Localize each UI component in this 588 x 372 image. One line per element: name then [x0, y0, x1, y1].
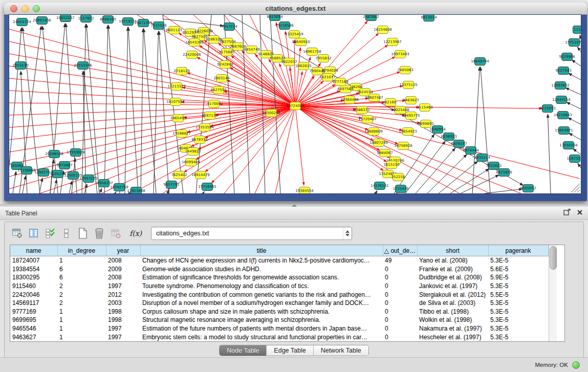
- delete-column-icon[interactable]: [93, 227, 106, 240]
- table-cell[interactable]: Corpus callosum shape and size in male p…: [140, 308, 383, 316]
- tab-network-table[interactable]: Network Table: [314, 345, 368, 356]
- citation-edge-red[interactable]: [295, 106, 398, 144]
- citation-edge-red[interactable]: [197, 57, 295, 106]
- table-cell[interactable]: 9777169: [10, 308, 57, 316]
- citation-edge-red[interactable]: [205, 106, 295, 172]
- column-header-in_degree[interactable]: in_degree: [57, 245, 106, 256]
- table-cell[interactable]: 2: [57, 282, 106, 291]
- citation-edge-red[interactable]: [295, 106, 580, 179]
- table-cell[interactable]: 1998: [106, 308, 140, 316]
- citation-edge[interactable]: [86, 24, 99, 193]
- citation-edge[interactable]: [569, 73, 581, 80]
- window-titlebar[interactable]: citations_edges.txt: [4, 3, 587, 15]
- column-header-short[interactable]: short: [417, 245, 488, 256]
- column-header-out_de[interactable]: △ out_de…: [383, 245, 417, 256]
- column-header-name[interactable]: name: [10, 245, 57, 256]
- table-cell[interactable]: 1: [57, 333, 106, 341]
- column-header-year[interactable]: year: [106, 245, 140, 256]
- table-cell[interactable]: Franke et al. (2009): [417, 265, 488, 274]
- column-header-title[interactable]: title: [140, 245, 383, 256]
- citation-edge[interactable]: [104, 25, 108, 193]
- table-cell[interactable]: Disruption of a novel member of a sodium…: [140, 299, 383, 308]
- tab-edge-table[interactable]: Edge Table: [267, 345, 313, 356]
- column-header-pagerank[interactable]: pagerank: [488, 245, 548, 256]
- table-cell[interactable]: 6: [57, 265, 106, 274]
- table-cell[interactable]: 0: [383, 282, 417, 291]
- citation-edge[interactable]: [397, 193, 397, 193]
- table-cell[interactable]: 18300295: [10, 273, 57, 282]
- column-visibility-icon[interactable]: [27, 227, 40, 240]
- table-cell[interactable]: 2012: [106, 290, 140, 299]
- table-cell[interactable]: 22420046: [10, 290, 57, 299]
- table-row[interactable]: 977716911998Corpus callosum shape and si…: [10, 308, 548, 316]
- table-cell[interactable]: 1: [57, 316, 106, 324]
- citation-edge[interactable]: [450, 169, 489, 193]
- table-row[interactable]: 1872400712008Changes of HCN gene express…: [10, 256, 548, 265]
- citation-edge[interactable]: [577, 47, 581, 52]
- citation-edge[interactable]: [481, 67, 490, 193]
- table-row[interactable]: 1456911722003Disruption of a novel membe…: [10, 299, 548, 308]
- table-cell[interactable]: 9463627: [10, 333, 57, 341]
- table-cell[interactable]: 18724007: [10, 256, 57, 265]
- citation-edge-red[interactable]: [295, 106, 304, 185]
- citation-edge[interactable]: [163, 19, 224, 26]
- canvas-resize-grip[interactable]: [571, 184, 580, 192]
- close-panel-icon[interactable]: [577, 209, 583, 215]
- table-cell[interactable]: 1: [57, 324, 106, 333]
- table-cell[interactable]: 1998: [106, 316, 140, 324]
- table-selector-dropdown[interactable]: citations_edges.txt: [151, 227, 352, 240]
- table-cell[interactable]: 0: [383, 333, 417, 341]
- table-row[interactable]: 946554611997Estimation of the future num…: [10, 324, 548, 333]
- citation-edge[interactable]: [405, 141, 445, 193]
- table-cell[interactable]: 5.3E-5: [488, 324, 548, 333]
- citation-edge[interactable]: [567, 102, 581, 109]
- row-height-icon[interactable]: [60, 227, 73, 240]
- table-cell[interactable]: 1997: [106, 324, 140, 333]
- citation-edge[interactable]: [578, 163, 581, 168]
- citation-edge[interactable]: [376, 191, 377, 193]
- table-cell[interactable]: 2008: [106, 273, 140, 282]
- table-cell[interactable]: 19384554: [10, 265, 57, 274]
- table-cell[interactable]: Yano et al. (2008): [417, 256, 488, 265]
- table-cell[interactable]: 6: [57, 273, 106, 282]
- citation-edge[interactable]: [42, 26, 58, 193]
- table-cell[interactable]: 0: [383, 308, 417, 316]
- table-cell[interactable]: 1: [57, 308, 106, 316]
- citation-edge[interactable]: [565, 88, 581, 95]
- table-cell[interactable]: Tibbo et al. (1998): [417, 308, 488, 316]
- table-cell[interactable]: 5.3E-5: [488, 299, 548, 308]
- table-cell[interactable]: Dudbridge et al. (2008): [417, 273, 488, 282]
- citation-edge[interactable]: [154, 31, 159, 193]
- table-cell[interactable]: 9699695: [10, 316, 57, 324]
- table-cell[interactable]: 1: [57, 256, 106, 265]
- table-cell[interactable]: Investigating the contribution of common…: [140, 290, 383, 299]
- table-cell[interactable]: 1997: [106, 282, 140, 291]
- citation-edge[interactable]: [580, 35, 581, 39]
- citation-edge[interactable]: [568, 118, 581, 124]
- table-cell[interactable]: Genome-wide association studies in ADHD.: [140, 265, 383, 274]
- table-cell[interactable]: 0: [383, 324, 417, 333]
- citation-edge[interactable]: [569, 133, 581, 140]
- table-row[interactable]: 911546021997Tourette syndrome. Phenomeno…: [10, 282, 548, 291]
- table-cell[interactable]: 5.5E-5: [488, 290, 548, 299]
- table-cell[interactable]: 0: [383, 290, 417, 299]
- table-cell[interactable]: 5.3E-5: [488, 316, 548, 324]
- table-cell[interactable]: Changes of HCN gene expression and I(f) …: [140, 256, 383, 265]
- delete-table-icon[interactable]: [109, 227, 122, 240]
- table-cell[interactable]: Embryonic stem cells: a model to study s…: [140, 333, 383, 341]
- citation-edge[interactable]: [100, 188, 102, 193]
- citation-edge-red[interactable]: [275, 106, 295, 193]
- float-panel-icon[interactable]: [563, 209, 571, 215]
- network-canvas[interactable]: 1872400786011238912954182260589827509818…: [9, 15, 581, 193]
- minimize-window-button[interactable]: [21, 5, 29, 12]
- table-cell[interactable]: 14569117: [10, 299, 57, 308]
- table-cell[interactable]: 5.3E-5: [488, 256, 548, 265]
- table-row[interactable]: 1938455462009Genome-wide association stu…: [10, 265, 548, 274]
- citation-edge[interactable]: [573, 149, 581, 155]
- table-cell[interactable]: 49: [383, 256, 417, 265]
- citation-edge[interactable]: [548, 114, 551, 193]
- table-cell[interactable]: 2: [57, 290, 106, 299]
- citation-edge[interactable]: [54, 180, 57, 193]
- function-builder-icon[interactable]: f(x): [129, 229, 142, 237]
- node-table-grid[interactable]: namein_degreeyeartitle△ out_de…shortpage…: [10, 245, 549, 341]
